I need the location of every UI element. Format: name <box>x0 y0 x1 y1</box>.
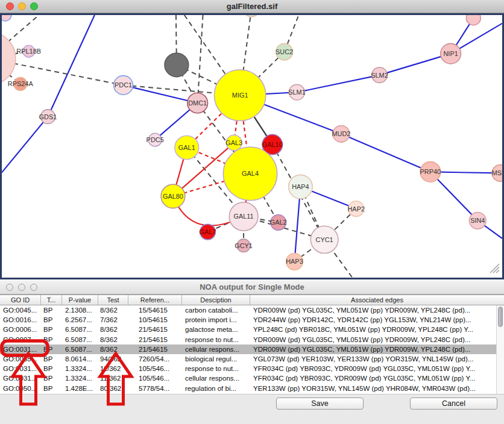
svg-text:MIG1: MIG1 <box>232 92 248 99</box>
cell-p: 1.428E... <box>62 384 98 393</box>
cell-p: 1.3324... <box>62 373 98 383</box>
results-table-header[interactable]: GO IDT...P-valueTestReferen...Desciption… <box>0 295 504 305</box>
network-edge-dashed[interactable] <box>198 15 203 103</box>
svg-text:RPL18B: RPL18B <box>16 48 41 55</box>
table-row-1[interactable]: GO:0016...BP6.2567...7/36210/54615protei… <box>0 315 504 325</box>
minimize-button-icon[interactable] <box>18 284 25 291</box>
network-node-hap4[interactable]: HAP4 <box>289 175 313 198</box>
network-node-gcy1[interactable]: GCY1 <box>235 239 253 252</box>
cell-p: 6.5087... <box>62 344 98 354</box>
column-header-t[interactable]: T... <box>41 295 62 305</box>
network-node-slm1[interactable]: SLM1 <box>288 84 306 100</box>
network-node-topright[interactable] <box>466 15 480 25</box>
network-node-bigpink[interactable] <box>2 32 16 86</box>
network-window-title: galFiltered.sif <box>0 0 504 13</box>
table-row-7[interactable]: GO:0031...BP1.3324...11/362105/546...cel… <box>0 373 504 383</box>
cancel-button[interactable]: Cancel <box>410 398 497 410</box>
resize-grip-icon[interactable] <box>490 264 499 273</box>
cell-test: 8/362 <box>98 335 128 344</box>
network-edge-pp[interactable] <box>297 75 379 93</box>
network-node-dmc1[interactable]: DMC1 <box>187 93 208 113</box>
table-row-4[interactable]: GO:0031...BP6.5087...8/36221/54615cellul… <box>0 344 504 354</box>
network-node-greentop[interactable] <box>244 15 259 17</box>
cell-edges: YFR034C (pd) YBR093C, YDR009W (pd) YGL03… <box>250 373 504 383</box>
zoom-button-icon[interactable] <box>30 284 37 291</box>
network-canvas[interactable]: RPL18BRPS24AGDS1PDC1DMC1MIG1SUC2NIP1SLM2… <box>0 13 504 279</box>
network-node-gal4[interactable]: GAL4 <box>223 147 277 201</box>
svg-text:GAL2: GAL2 <box>270 219 287 226</box>
network-edge-pp[interactable] <box>379 54 450 75</box>
network-node-hap3[interactable]: HAP3 <box>286 254 303 270</box>
svg-text:MSL1: MSL1 <box>492 169 502 176</box>
cell-type: BP <box>41 315 62 325</box>
network-node-mud2[interactable]: MUD2 <box>332 125 350 142</box>
column-header-test[interactable]: Test <box>98 295 128 305</box>
network-node-suc2[interactable]: SUC2 <box>276 43 293 60</box>
network-node-msl1[interactable]: MSL1 <box>492 165 502 182</box>
noa-window-title: NOA output for Single Mode <box>0 280 504 294</box>
network-node-rps24a[interactable]: RPS24A <box>8 78 34 91</box>
cell-desc: galactose meta... <box>182 325 250 334</box>
svg-text:GAL7: GAL7 <box>200 228 216 235</box>
svg-text:SLM1: SLM1 <box>288 89 306 96</box>
cell-ref: 10/54615 <box>128 315 182 325</box>
network-edge-pp[interactable] <box>48 15 94 117</box>
minimize-button-icon[interactable] <box>18 2 26 10</box>
cell-test: 11/362 <box>98 364 128 373</box>
svg-text:GAL4: GAL4 <box>242 170 259 177</box>
network-node-cyc1[interactable]: CYC1 <box>310 226 338 253</box>
network-node-gal3[interactable]: GAL3 <box>225 135 242 151</box>
svg-text:PRP40: PRP40 <box>420 168 441 175</box>
cell-p: 2.1308... <box>62 305 98 315</box>
network-node-gal1[interactable]: GAL1 <box>175 136 199 159</box>
network-node-corner[interactable] <box>2 15 11 21</box>
column-header-referen[interactable]: Referen... <box>128 295 182 305</box>
cell-ref: 7260/54... <box>128 354 182 364</box>
table-row-3[interactable]: GO:0007...BP6.5087...8/36221/54615respon… <box>0 335 504 344</box>
svg-text:GDS1: GDS1 <box>39 113 57 120</box>
svg-text:PDC5: PDC5 <box>146 136 164 143</box>
network-node-gal11[interactable]: GAL11 <box>229 202 258 231</box>
network-node-hap2[interactable]: HAP2 <box>347 201 365 217</box>
svg-text:SLM2: SLM2 <box>371 72 388 79</box>
cell-type: BP <box>41 373 62 383</box>
cell-test: 8/362 <box>98 344 128 354</box>
network-node-nip1[interactable]: NIP1 <box>441 43 461 64</box>
network-node-gal7[interactable]: GAL7 <box>200 224 216 240</box>
cell-go: GO:0065... <box>0 354 41 364</box>
network-node-pdc1[interactable]: PDC1 <box>114 76 133 95</box>
network-node-gal2[interactable]: GAL2 <box>270 214 287 230</box>
network-node-gal80[interactable]: GAL80 <box>161 184 185 208</box>
network-edge-pp[interactable] <box>2 117 48 173</box>
network-node-prp40[interactable]: PRP40 <box>420 162 441 182</box>
column-header-pvalue[interactable]: P-value <box>62 295 98 305</box>
network-node-sin4[interactable]: SIN4 <box>469 212 486 229</box>
network-node-mig1[interactable]: MIG1 <box>214 70 265 121</box>
table-row-2[interactable]: GO:0006...BP6.5087...8/36221/54615galact… <box>0 325 504 334</box>
cell-desc: response to nut... <box>182 335 250 344</box>
network-node-slm2[interactable]: SLM2 <box>371 67 388 83</box>
table-row-6[interactable]: GO:0031...BP1.3324...11/362105/546...res… <box>0 364 504 373</box>
table-scrollbar-thumb[interactable] <box>498 307 503 327</box>
close-button-icon[interactable] <box>6 284 13 291</box>
save-button[interactable]: Save <box>276 398 364 410</box>
table-row-8[interactable]: GO:0050...BP1.428E...80/3625778/54...reg… <box>0 384 504 393</box>
column-header-goid[interactable]: GO ID <box>0 295 41 305</box>
table-scrollbar[interactable] <box>496 305 504 394</box>
network-node-gds1[interactable]: GDS1 <box>39 110 57 124</box>
cell-type: BP <box>41 335 62 344</box>
network-node-gray[interactable] <box>165 53 189 76</box>
cell-desc: protein import i... <box>182 315 250 325</box>
network-window: galFiltered.sif RPL18BRPS24AGDS1PDC1DMC1… <box>0 0 504 279</box>
zoom-button-icon[interactable] <box>30 2 38 10</box>
cell-edges: YGL073W (pd) YER103W, YER133W (pp) YOR31… <box>250 354 504 364</box>
network-edge-pp[interactable] <box>341 134 430 172</box>
table-row-5[interactable]: GO:0065...BP8.0614...94/3627260/54...bio… <box>0 354 504 364</box>
network-node-rpl18b[interactable]: RPL18B <box>16 45 41 57</box>
svg-text:GAL3: GAL3 <box>225 139 242 146</box>
table-row-0[interactable]: GO:0045...BP2.1308...8/36215/54615carbon… <box>0 305 504 315</box>
close-button-icon[interactable] <box>6 2 14 10</box>
svg-text:GAL80: GAL80 <box>163 193 183 200</box>
column-header-desciption[interactable]: Desciption <box>182 295 250 305</box>
column-header-associatededges[interactable]: Associated edges <box>250 295 504 305</box>
